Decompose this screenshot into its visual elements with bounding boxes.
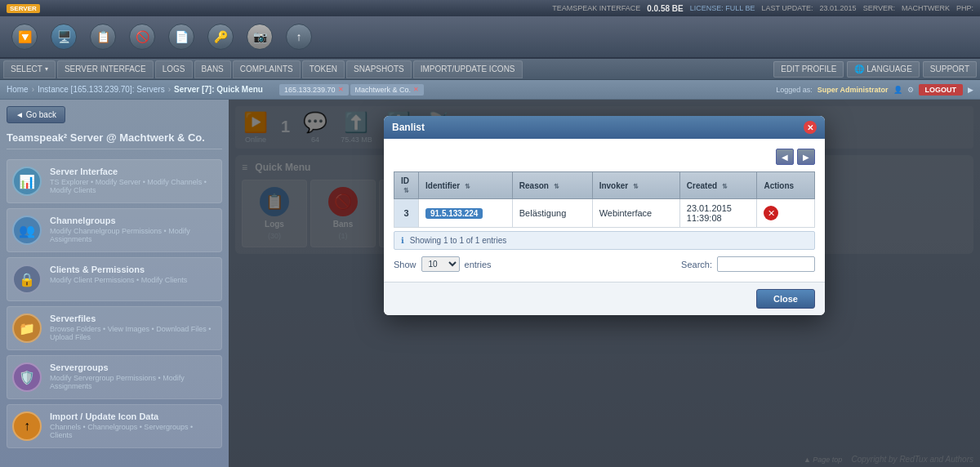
col-id[interactable]: ID ⇅	[394, 172, 419, 199]
user-settings-icon[interactable]: ⚙	[907, 86, 914, 94]
top-bar-right: TEAMSPEAK INTERFACE 0.0.58 BE LICENSE: F…	[552, 4, 973, 13]
server-badge: SERVER	[7, 4, 40, 13]
toolbar-select[interactable]: 🔽	[7, 24, 42, 50]
last-update-value: 23.01.2015	[820, 4, 857, 12]
servergroups-content: Servergroups Modify Servergroup Permissi…	[50, 362, 216, 390]
modal-next-button[interactable]: ▶	[797, 149, 815, 165]
import-icon: ↑	[286, 24, 312, 50]
sidebar: ◄ Go back Teamspeak² Server @ Machtwerk …	[0, 100, 229, 467]
channelgroups-icon: 👥	[12, 216, 42, 245]
col-actions: Actions	[757, 172, 815, 199]
row-actions: ✕	[757, 199, 815, 228]
serverfiles-subtitle: Browse Folders • View Images • Download …	[50, 325, 216, 341]
server-interface-subtitle: TS Explorer • Modify Server • Modify Cha…	[50, 178, 216, 194]
right-arrow[interactable]: ▶	[968, 86, 973, 94]
modal-prev-button[interactable]: ◀	[776, 149, 794, 165]
serverfiles-icon: 📁	[12, 314, 42, 343]
clients-permissions-title: Clients & Permissions	[50, 265, 187, 274]
tab-ip-close[interactable]: ✕	[338, 86, 344, 93]
col-reason[interactable]: Reason ⇅	[512, 172, 592, 199]
modal-nav-buttons: ◀ ▶	[394, 149, 815, 165]
modal-overlay: Banlist ✕ ◀ ▶ ID ⇅ Identifier ⇅ Reas	[229, 100, 980, 467]
col-identifier[interactable]: Identifier ⇅	[419, 172, 513, 199]
showing-text: Showing 1 to 1 of 1 entries	[410, 236, 506, 245]
token-icon: 🔑	[207, 24, 234, 50]
logout-button[interactable]: LOGOUT	[919, 84, 964, 96]
clients-permissions-icon: 🔒	[12, 265, 42, 294]
serverfiles-content: Serverfiles Browse Folders • View Images…	[50, 314, 216, 341]
toolbar-token[interactable]: 🔑	[203, 24, 238, 50]
entries-label: entries	[465, 260, 492, 269]
sidebar-item-channelgroups[interactable]: 👥 Channelgroups Modify Channelgroup Perm…	[7, 208, 222, 252]
channelgroups-content: Channelgroups Modify Channelgroup Permis…	[50, 216, 216, 243]
toolbar-server-interface[interactable]: 🖥️	[46, 24, 82, 50]
sidebar-item-serverfiles[interactable]: 📁 Serverfiles Browse Folders • View Imag…	[7, 306, 222, 350]
toolbar-bans[interactable]: 🚫	[124, 24, 160, 50]
search-input[interactable]	[717, 256, 815, 272]
search-box: Search:	[681, 256, 815, 272]
complaints-nav-label: COMPLAINTS	[240, 64, 293, 73]
nav-server-interface[interactable]: SERVER INTERFACE	[57, 60, 154, 78]
logged-user: Super Administrator	[817, 86, 889, 94]
nav-menu: SELECT ▾ SERVER INTERFACE LOGS BANS COMP…	[0, 59, 980, 80]
nav-snapshots[interactable]: SNAPSHOTS	[346, 60, 412, 78]
tab-ip[interactable]: 165.133.239.70 ✕	[279, 84, 349, 96]
breadcrumb-server: Server [7]: Quick Menu	[174, 85, 263, 94]
modal-title: Banlist	[392, 122, 425, 133]
complaints-icon: 📄	[168, 24, 194, 50]
banlist-table: ID ⇅ Identifier ⇅ Reason ⇅ Invoker ⇅ Cre…	[394, 171, 815, 228]
breadcrumb-tabs: 165.133.239.70 ✕ Machtwerk & Co. ✕	[279, 84, 424, 96]
breadcrumb-sep2: ›	[168, 85, 171, 94]
nav-select[interactable]: SELECT ▾	[3, 60, 56, 78]
modal-footer: Close	[384, 282, 825, 315]
icon-toolbar: 🔽 🖥️ 📋 🚫 📄 🔑 📷 ↑	[0, 16, 980, 59]
modal-close-btn[interactable]: Close	[756, 289, 815, 309]
tab-machtwerk-close[interactable]: ✕	[413, 86, 419, 93]
entries-select[interactable]: 10 25 50 100	[421, 256, 460, 272]
nav-complaints[interactable]: COMPLAINTS	[233, 60, 301, 78]
col-invoker[interactable]: Invoker ⇅	[592, 172, 679, 199]
tab-machtwerk[interactable]: Machtwerk & Co. ✕	[350, 84, 425, 96]
token-nav-label: TOKEN	[310, 64, 337, 73]
breadcrumb-instance[interactable]: Instance [165.133.239.70]: Servers	[38, 85, 165, 94]
breadcrumb-sep1: ›	[32, 85, 34, 94]
sidebar-item-server-interface[interactable]: 📊 Server Interface TS Explorer • Modify …	[7, 159, 222, 203]
nav-logs[interactable]: LOGS	[155, 60, 193, 78]
nav-token[interactable]: TOKEN	[302, 60, 345, 78]
user-icon: 👤	[893, 86, 902, 94]
nav-select-arrow: ▾	[45, 65, 48, 73]
snapshots-icon: 📷	[247, 24, 273, 50]
toolbar-snapshots[interactable]: 📷	[242, 24, 278, 50]
col-created[interactable]: Created ⇅	[679, 172, 757, 199]
go-back-button[interactable]: ◄ Go back	[7, 106, 65, 123]
select-icon: 🔽	[11, 24, 38, 50]
language-btn[interactable]: 🌐 LANGUAGE	[847, 61, 919, 78]
breadcrumb-home[interactable]: Home	[7, 85, 29, 94]
php-label: PHP:	[956, 4, 973, 12]
toolbar-complaints[interactable]: 📄	[163, 24, 199, 50]
nav-import[interactable]: IMPORT/UPDATE ICONS	[413, 60, 523, 78]
edit-profile-btn[interactable]: EDIT PROFILE	[773, 61, 844, 78]
server-interface-icon: 🖥️	[51, 24, 77, 50]
import-content: Import / Update Icon Data Channels • Cha…	[50, 411, 216, 439]
sidebar-item-clients-permissions[interactable]: 🔒 Clients & Permissions Modify Client Pe…	[7, 257, 222, 301]
content-area: ▶️ Online 1 💬 64 ⬆️ 75.43 MB ⬇️ 4.33 GB …	[229, 100, 980, 467]
support-btn[interactable]: SUPPORT	[923, 61, 977, 78]
sidebar-item-servergroups[interactable]: 🛡️ Servergroups Modify Servergroup Permi…	[7, 355, 222, 399]
nav-select-label: SELECT	[11, 64, 42, 73]
sidebar-item-import[interactable]: ↑ Import / Update Icon Data Channels • C…	[7, 404, 222, 448]
info-icon: ℹ	[401, 236, 404, 245]
table-controls: Show 10 25 50 100 entries Search:	[394, 256, 815, 272]
logs-icon: 📋	[90, 24, 116, 50]
modal-title-bar: Banlist ✕	[384, 116, 825, 139]
license-link[interactable]: LICENSE: FULL BE	[690, 4, 755, 12]
toolbar-logs[interactable]: 📋	[85, 24, 121, 50]
table-header-row: ID ⇅ Identifier ⇅ Reason ⇅ Invoker ⇅ Cre…	[394, 172, 815, 199]
nav-bans[interactable]: BANS	[194, 60, 231, 78]
banlist-modal: Banlist ✕ ◀ ▶ ID ⇅ Identifier ⇅ Reas	[384, 116, 825, 315]
clients-permissions-content: Clients & Permissions Modify Client Perm…	[50, 265, 187, 284]
modal-close-button[interactable]: ✕	[804, 121, 817, 134]
toolbar-import[interactable]: ↑	[281, 24, 317, 50]
server-interface-title: Server Interface	[50, 167, 216, 176]
delete-ban-button[interactable]: ✕	[764, 206, 778, 220]
